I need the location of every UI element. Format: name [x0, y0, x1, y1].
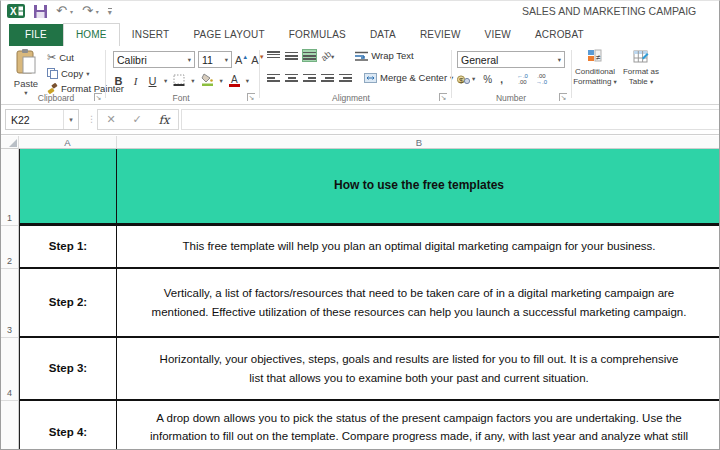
merge-center-button[interactable]: Merge & Center ▾ [364, 72, 453, 83]
row-header-1[interactable]: 1 [1, 149, 19, 226]
tab-review[interactable]: REVIEW [408, 24, 473, 46]
ribbon-tab-bar: FILE HOME INSERT PAGE LAYOUT FORMULAS DA… [1, 23, 720, 46]
customize-qat-icon[interactable]: ▾ [108, 8, 112, 17]
paste-icon [15, 49, 37, 75]
borders-dropdown-icon[interactable]: ▾ [191, 77, 194, 85]
tab-acrobat[interactable]: ACROBAT [523, 24, 596, 46]
cell-a2[interactable]: Step 1: [19, 226, 117, 269]
formula-bar-divider: ⋮ [87, 114, 96, 124]
underline-dropdown-icon[interactable]: ▾ [164, 77, 167, 85]
tab-view[interactable]: VIEW [473, 24, 523, 46]
font-color-button[interactable]: A [229, 74, 240, 87]
decrease-indent-button[interactable] [321, 72, 334, 83]
number-group-label: Number [479, 93, 543, 103]
font-name-dropdown-icon[interactable]: ▾ [188, 56, 191, 64]
borders-button[interactable] [173, 74, 185, 88]
redo-icon[interactable]: ↷ [82, 4, 93, 18]
fill-color-dropdown-icon[interactable]: ▾ [220, 77, 223, 85]
cell-b5[interactable]: A drop down allows you to pick the statu… [117, 401, 720, 450]
conditional-formatting-label: Conditional [575, 67, 615, 76]
cell-a1[interactable] [19, 149, 117, 226]
cancel-icon[interactable]: ✕ [106, 113, 115, 126]
borders-icon [173, 74, 185, 86]
redo-dropdown-icon[interactable]: ▾ [96, 8, 99, 15]
merge-center-label: Merge & Center [380, 72, 447, 83]
cell-b3[interactable]: Vertically, a list of factors/resources … [117, 269, 720, 338]
insert-function-icon[interactable]: fx [158, 113, 169, 127]
tab-formulas[interactable]: FORMULAS [277, 24, 358, 46]
wrap-text-icon [355, 51, 368, 61]
number-format-value: General [461, 54, 498, 66]
row-header-3[interactable]: 3 [1, 269, 19, 338]
format-as-table-button[interactable]: Format as Table ▾ [619, 49, 663, 87]
row-header-2[interactable]: 2 [1, 226, 19, 269]
decrease-font-size-button[interactable]: A▼ [251, 54, 264, 66]
alignment-dialog-launcher-icon[interactable]: ↘ [439, 93, 447, 101]
tab-file[interactable]: FILE [9, 24, 63, 46]
cell-b4[interactable]: Horizontally, your objectives, steps, go… [117, 338, 720, 401]
align-right-button[interactable] [303, 72, 316, 83]
name-box-dropdown-icon[interactable]: ▾ [63, 110, 78, 129]
orientation-button[interactable]: ab▾ [321, 51, 334, 61]
copy-label: Copy [61, 68, 83, 79]
increase-decimal-button[interactable]: ←.0.00 [517, 73, 528, 85]
cell-a5[interactable]: Step 4: [19, 401, 117, 450]
font-dialog-launcher-icon[interactable]: ↘ [247, 93, 255, 101]
cell-b1[interactable]: How to use the free templates [117, 149, 720, 226]
tab-insert[interactable]: INSERT [120, 24, 182, 46]
underline-button[interactable]: U [147, 75, 158, 87]
wrap-text-button[interactable]: Wrap Text [355, 50, 413, 61]
fill-color-button[interactable] [201, 73, 214, 88]
font-color-dropdown-icon[interactable]: ▾ [246, 77, 249, 85]
align-center-button[interactable] [285, 72, 298, 83]
row-header-4[interactable]: 4 [1, 338, 19, 401]
number-dialog-launcher-icon[interactable]: ↘ [559, 93, 567, 101]
accounting-icon: $ [457, 74, 470, 85]
cell-a3[interactable]: Step 2: [19, 269, 117, 338]
middle-align-button[interactable] [285, 50, 298, 61]
save-icon[interactable] [34, 5, 47, 18]
comma-style-button[interactable]: , [500, 74, 503, 85]
align-left-button[interactable] [267, 72, 280, 83]
column-header-a[interactable]: A [19, 136, 117, 149]
font-size-value: 11 [202, 54, 213, 66]
decrease-decimal-button[interactable]: .00→.0 [536, 73, 547, 85]
window-title: SALES AND MARKETING CAMPAIG [522, 5, 696, 17]
font-name-combobox[interactable]: Calibri ▾ [113, 51, 195, 68]
cell-b2[interactable]: This free template will help you plan an… [117, 226, 720, 269]
ribbon: Paste ▾ ✂ Cut Copy ▾ Format P [1, 46, 720, 105]
tab-page-layout[interactable]: PAGE LAYOUT [181, 24, 276, 46]
name-box[interactable]: K22 ▾ [5, 109, 79, 130]
number-format-dropdown-icon[interactable]: ▾ [558, 56, 561, 64]
fill-color-icon [201, 73, 214, 86]
percent-style-button[interactable]: % [483, 74, 492, 85]
clipboard-dialog-launcher-icon[interactable]: ↘ [94, 93, 102, 101]
top-align-button[interactable] [267, 50, 280, 61]
undo-dropdown-icon[interactable]: ▾ [70, 8, 73, 15]
alignment-group-label: Alignment [316, 93, 386, 103]
italic-button[interactable]: I [130, 75, 141, 87]
bottom-align-button[interactable] [303, 50, 316, 61]
tab-home[interactable]: HOME [63, 23, 120, 46]
enter-icon[interactable]: ✓ [132, 113, 141, 126]
bold-button[interactable]: B [113, 75, 124, 87]
tab-data[interactable]: DATA [358, 24, 408, 46]
row-header-5[interactable] [1, 401, 19, 450]
increase-font-size-button[interactable]: A▲ [235, 54, 248, 66]
cell-a4[interactable]: Step 3: [19, 338, 117, 401]
column-header-b[interactable]: B [117, 136, 720, 149]
increase-indent-button[interactable] [339, 72, 352, 83]
format-as-table-icon [633, 49, 649, 64]
font-size-combobox[interactable]: 11 ▾ [198, 51, 232, 68]
font-size-dropdown-icon[interactable]: ▾ [225, 56, 228, 64]
copy-dropdown-icon[interactable]: ▾ [86, 70, 89, 78]
conditional-formatting-button[interactable]: ≠ Conditional Formatting ▾ [573, 49, 617, 87]
formula-input[interactable] [181, 109, 720, 130]
formula-bar: K22 ▾ ⋮ ✕ ✓ fx [1, 105, 720, 135]
font-name-value: Calibri [117, 54, 147, 66]
accounting-format-button[interactable]: $ ▾ [457, 74, 475, 85]
select-all-corner[interactable] [1, 136, 19, 149]
number-format-combobox[interactable]: General ▾ [457, 51, 565, 68]
merge-center-icon [364, 73, 377, 83]
undo-icon[interactable]: ↶ [56, 4, 67, 18]
